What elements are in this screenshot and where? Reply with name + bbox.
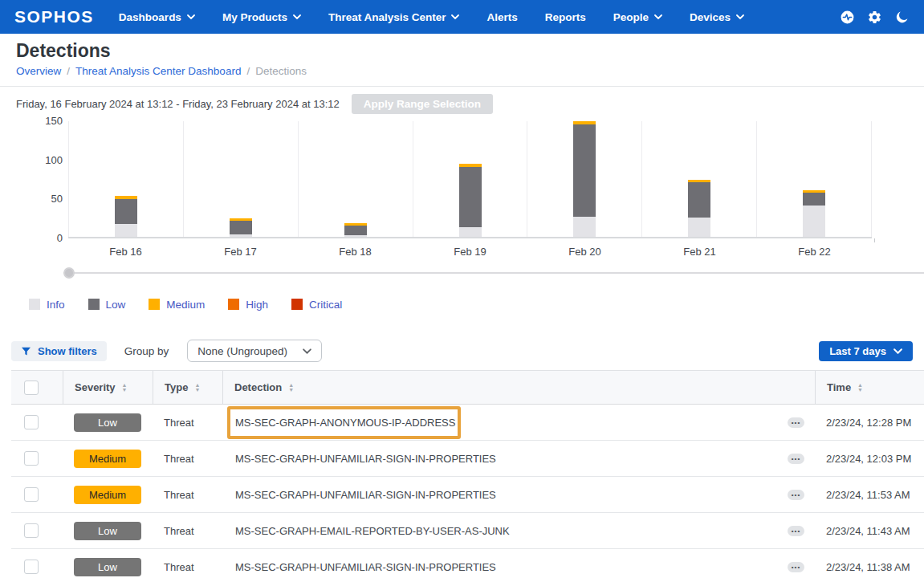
severity-badge: Low (74, 522, 141, 540)
nav-item-threat-analysis-center[interactable]: Threat Analysis Center (315, 0, 474, 34)
row-checkbox[interactable] (24, 487, 39, 502)
sort-icon[interactable]: ▲▼ (194, 383, 200, 392)
time-cell: 2/23/24, 12:28 PM (815, 417, 924, 429)
dark-mode-moon-icon[interactable] (894, 10, 910, 25)
filter-funnel-icon (21, 346, 31, 356)
group-by-select[interactable]: None (Ungrouped) (187, 340, 322, 362)
type-value: Threat (164, 525, 194, 537)
column-header-checkbox[interactable] (11, 371, 63, 404)
detection-cell: MS-SEC-GRAPH-UNFAMILIAR-SIGN-IN-PROPERTI… (222, 561, 815, 573)
breadcrumb-item-threat-analysis-center-dashboard[interactable]: Threat Analysis Center Dashboard (75, 65, 241, 77)
x-axis-label: Feb 17 (183, 246, 298, 258)
time-value: 2/23/24, 11:38 AM (826, 561, 910, 573)
sort-icon[interactable]: ▲▼ (288, 383, 294, 392)
type-cell: Threat (153, 525, 222, 537)
row-checkbox[interactable] (24, 560, 39, 574)
filter-bar: Show filters Group by None (Ungrouped) L… (0, 340, 924, 362)
row-actions-button[interactable]: ••• (788, 454, 804, 464)
chart-day-column-feb-20 (527, 121, 641, 237)
detection-name: MS-SEC-GRAPH-UNFAMILIAR-SIGN-IN-PROPERTI… (235, 453, 496, 465)
nav-item-devices[interactable]: Devices (676, 0, 758, 34)
nav-icon-group (840, 10, 910, 25)
breadcrumb-item-detections: Detections (255, 65, 307, 77)
y-axis-tick-label: 150 (0, 115, 63, 128)
row-checkbox[interactable] (24, 523, 39, 538)
select-all-checkbox[interactable] (24, 381, 39, 395)
range-slider-track[interactable] (63, 272, 924, 274)
nav-item-label: My Products (222, 11, 287, 23)
legend-item-low[interactable]: Low (88, 299, 126, 311)
legend-item-high[interactable]: High (228, 299, 268, 311)
legend-label: Low (106, 299, 126, 311)
settings-gear-icon[interactable] (867, 10, 882, 25)
nav-item-dashboards[interactable]: Dashboards (105, 0, 209, 34)
table-body: LowThreatMS-SEC-GRAPH-ANONYMOUS-IP-ADDRE… (11, 405, 924, 582)
row-actions-button[interactable]: ••• (788, 562, 804, 572)
nav-item-my-products[interactable]: My Products (209, 0, 315, 34)
type-cell: Threat (153, 489, 222, 501)
chevron-down-icon (654, 14, 662, 19)
nav-item-reports[interactable]: Reports (531, 0, 600, 34)
sort-icon[interactable]: ▲▼ (857, 383, 863, 392)
chart-day-column-feb-18 (298, 121, 413, 237)
range-slider-handle[interactable] (63, 267, 75, 279)
bar-segment-info (230, 234, 252, 237)
row-checkbox-cell (11, 523, 63, 538)
chart-day-column-feb-22 (756, 121, 872, 237)
row-actions-button[interactable]: ••• (788, 490, 804, 500)
x-axis-end-tick (874, 238, 875, 242)
column-header-label: Time (827, 381, 851, 393)
group-by-label: Group by (124, 345, 169, 357)
detection-name: MS-SEC-GRAPH-UNFAMILIAR-SIGN-IN-PROPERTI… (235, 561, 496, 573)
row-actions-button[interactable]: ••• (788, 417, 804, 428)
severity-cell: Low (63, 522, 153, 540)
column-header-time[interactable]: Time▲▼ (815, 371, 924, 404)
chart-plot-area (68, 121, 872, 238)
time-range-button[interactable]: Last 7 days (819, 341, 913, 361)
legend-item-medium[interactable]: Medium (149, 299, 205, 311)
nav-item-people[interactable]: People (600, 0, 676, 34)
type-cell: Threat (153, 453, 222, 465)
table-row: LowThreatMS-SEC-GRAPH-ANONYMOUS-IP-ADDRE… (11, 405, 924, 441)
severity-badge: Low (74, 558, 141, 576)
legend-item-info[interactable]: Info (29, 299, 65, 311)
sophos-logo[interactable]: SOPHOS (14, 7, 94, 26)
sort-icon[interactable]: ▲▼ (122, 383, 128, 392)
nav-menu: DashboardsMy ProductsThreat Analysis Cen… (105, 0, 758, 34)
x-axis-label: Feb 20 (527, 246, 642, 258)
row-checkbox[interactable] (24, 415, 39, 429)
table-row: LowThreatMS-SEC-GRAPH-UNFAMILIAR-SIGN-IN… (11, 549, 924, 582)
stacked-bar-feb-19 (459, 164, 482, 237)
row-actions-button[interactable]: ••• (788, 526, 804, 536)
legend-item-critical[interactable]: Critical (291, 299, 342, 311)
row-checkbox-cell (11, 451, 63, 466)
nav-item-alerts[interactable]: Alerts (473, 0, 531, 34)
show-filters-button[interactable]: Show filters (11, 341, 107, 361)
chevron-down-icon (187, 14, 195, 19)
nav-item-label: Dashboards (119, 11, 181, 23)
type-cell: Threat (153, 417, 222, 429)
legend-swatch-low (88, 299, 100, 310)
detection-cell: MS-SEC-GRAPH-EMAIL-REPORTED-BY-USER-AS-J… (222, 525, 815, 537)
legend-label: Critical (309, 299, 342, 311)
x-axis-label: Feb 18 (298, 246, 413, 258)
bar-segment-info (573, 217, 596, 237)
top-nav-bar: SOPHOS DashboardsMy ProductsThreat Analy… (0, 0, 924, 34)
breadcrumb-item-overview[interactable]: Overview (16, 65, 61, 77)
type-value: Threat (164, 561, 194, 573)
bar-segment-info (803, 206, 825, 237)
stacked-bar-feb-17 (230, 218, 252, 237)
apply-range-selection-button[interactable]: Apply Range Selection (352, 94, 493, 114)
column-header-detection[interactable]: Detection▲▼ (222, 371, 815, 404)
stacked-bar-feb-20 (573, 121, 596, 237)
health-pulse-icon[interactable] (840, 10, 855, 25)
column-header-type[interactable]: Type▲▼ (153, 371, 222, 404)
chart-day-column-feb-17 (183, 121, 298, 237)
nav-item-label: Devices (690, 11, 731, 23)
row-checkbox[interactable] (24, 451, 39, 466)
column-header-severity[interactable]: Severity▲▼ (63, 371, 153, 404)
severity-cell: Medium (63, 486, 153, 504)
type-cell: Threat (153, 561, 222, 573)
bar-segment-low (688, 182, 710, 218)
x-axis-label: Feb 16 (68, 246, 183, 258)
